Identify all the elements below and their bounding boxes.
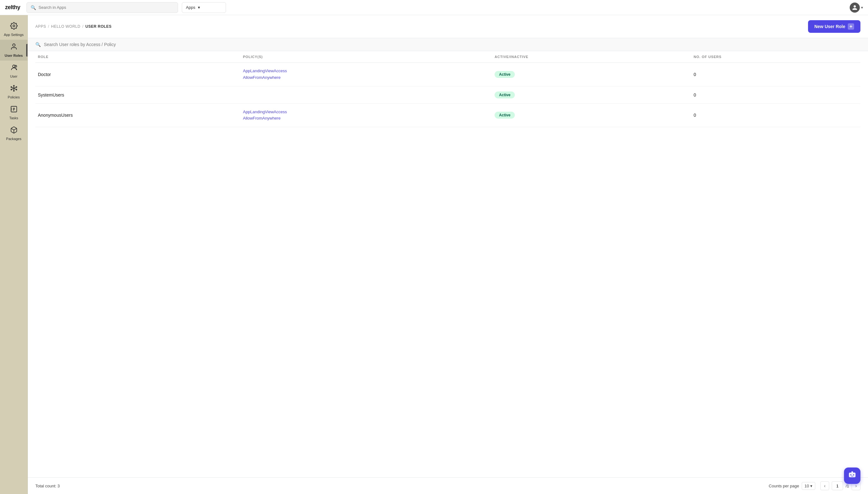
logo[interactable]: zelthy [5,4,20,11]
counts-per-page-value: 10 [805,483,809,488]
sidebar-item-label: Policies [8,95,20,99]
sidebar-item-app-settings[interactable]: App Settings [0,19,27,40]
new-user-role-button[interactable]: New User Role + [808,20,861,33]
policy-link[interactable]: AllowFromAnywhere [243,115,490,122]
chat-bot-button[interactable] [844,468,861,484]
user-count: 0 [694,72,696,77]
counts-per-page-label: Counts per page [769,483,799,488]
svg-point-10 [16,89,17,90]
user-count: 0 [694,113,696,118]
breadcrumb-sep: / [48,24,49,29]
sidebar-item-label: Packages [6,137,21,141]
policy-link[interactable]: AllowFromAnywhere [243,74,490,81]
policy-cell: AppLandingViewAccessAllowFromAnywhere [241,103,492,127]
status-cell: Active [492,86,691,103]
policy-link[interactable]: AppLandingViewAccess [243,68,490,74]
svg-line-15 [12,89,13,89]
user-icon [10,64,18,73]
users-cell: 0 [691,86,861,103]
status-badge: Active [495,92,515,98]
prev-page-button[interactable]: ‹ [820,481,829,490]
counts-per-page: Counts per page 10 ▾ [769,482,816,490]
search-bar-nav[interactable]: 🔍 [26,2,178,13]
user-count: 0 [694,92,696,97]
sidebar-item-user[interactable]: User [0,61,27,81]
new-user-role-label: New User Role [814,24,845,29]
chevron-down-icon: ▾ [861,5,863,10]
svg-line-16 [15,88,16,88]
role-name: SystemUsers [38,92,64,97]
status-badge: Active [495,112,515,119]
svg-point-7 [11,87,12,88]
apps-label: Apps [186,5,196,10]
role-name: AnonymousUsers [38,113,73,118]
policy-cell [241,86,492,103]
sidebar: App Settings User Roles User [0,15,28,494]
sidebar-item-packages[interactable]: Packages [0,123,27,144]
search-input-nav[interactable] [38,5,174,10]
sidebar-item-tasks[interactable]: Tasks [0,102,27,123]
table-row: SystemUsersActive0 [35,86,861,103]
search-icon: 🔍 [31,5,36,10]
role-cell[interactable]: SystemUsers [35,86,241,103]
sidebar-item-user-roles[interactable]: User Roles [0,40,27,61]
svg-point-8 [16,87,17,88]
chat-bot-icon [848,470,857,481]
counts-per-page-dropdown[interactable]: 10 ▾ [802,482,815,490]
packages-icon [10,126,18,136]
table-footer: Total count: 3 Counts per page 10 ▾ ‹ /1… [28,477,868,494]
plus-icon: + [848,23,854,30]
roles-table: ROLE POLICY(S) ACTIVE/INACTIVE NO. OF US… [35,51,861,127]
status-cell: Active [492,63,691,87]
svg-point-0 [13,25,15,27]
chevron-down-icon: ▾ [198,5,200,10]
svg-point-9 [11,89,12,90]
user-menu-button[interactable]: ▾ [850,2,863,13]
search-icon: 🔍 [35,42,41,47]
breadcrumb-current: USER ROLES [86,24,112,29]
page-number-input[interactable] [832,481,843,490]
role-cell[interactable]: AnonymousUsers [35,103,241,127]
search-roles-input[interactable] [44,42,861,47]
total-count: Total count: 3 [35,483,60,488]
svg-point-5 [13,86,14,87]
svg-point-24 [853,474,854,475]
chevron-down-icon: ▾ [810,483,812,488]
policy-cell: AppLandingViewAccessAllowFromAnywhere [241,63,492,87]
col-policy: POLICY(S) [241,51,492,63]
sidebar-item-policies[interactable]: Policies [0,81,27,102]
table-row: DoctorAppLandingViewAccessAllowFromAnywh… [35,63,861,87]
tasks-icon [10,106,18,115]
main-content: APPS / HELLO WORLD / USER ROLES New User… [28,15,868,494]
breadcrumb-apps[interactable]: APPS [35,24,46,29]
svg-point-23 [850,474,852,475]
total-pages: /1 [846,483,849,488]
svg-point-6 [13,91,14,92]
breadcrumb-hello-world[interactable]: HELLO WORLD [51,24,80,29]
policies-icon [10,84,18,94]
svg-point-1 [13,44,15,46]
policy-link[interactable]: AppLandingViewAccess [243,109,490,115]
role-cell[interactable]: Doctor [35,63,241,87]
users-cell: 0 [691,103,861,127]
table-row: AnonymousUsersAppLandingViewAccessAllowF… [35,103,861,127]
user-roles-icon [10,43,18,52]
col-status: ACTIVE/INACTIVE [492,51,691,63]
status-badge: Active [495,71,515,78]
role-name: Doctor [38,72,51,77]
top-nav: zelthy 🔍 Apps ▾ ▾ [0,0,868,15]
svg-line-14 [15,89,16,89]
apps-dropdown[interactable]: Apps ▾ [182,2,226,13]
users-cell: 0 [691,63,861,87]
content-search-bar[interactable]: 🔍 [28,38,868,51]
svg-point-4 [13,88,15,89]
breadcrumb: APPS / HELLO WORLD / USER ROLES [35,24,112,29]
svg-line-13 [12,88,13,88]
svg-rect-22 [849,473,856,477]
col-users: NO. OF USERS [691,51,861,63]
sidebar-item-label: Tasks [9,116,18,120]
breadcrumb-sep: / [82,24,84,29]
app-settings-icon [10,22,18,32]
avatar [850,2,860,13]
col-role: ROLE [35,51,241,63]
